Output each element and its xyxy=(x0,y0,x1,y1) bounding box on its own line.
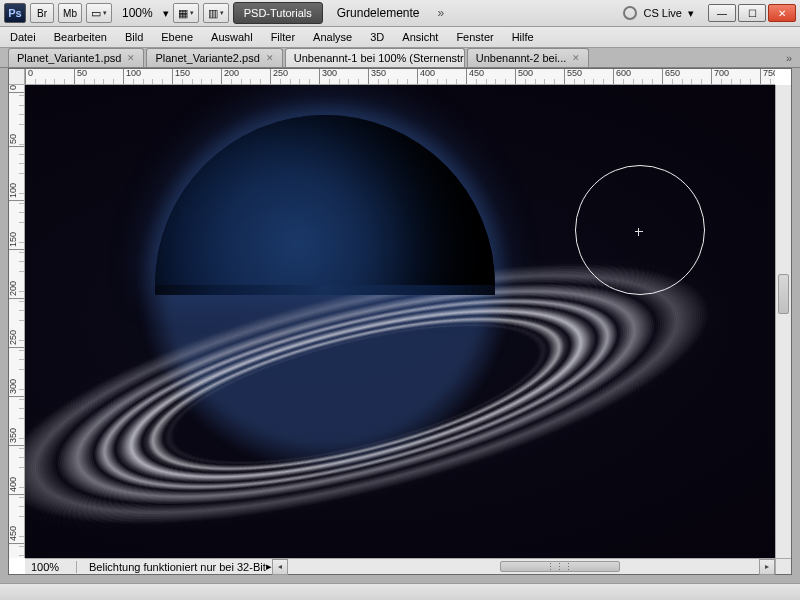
artwork-planet-top xyxy=(155,115,495,455)
chevron-down-icon: ▾ xyxy=(103,9,107,17)
canvas[interactable] xyxy=(25,85,775,558)
scrollbar-vertical[interactable] xyxy=(775,85,791,558)
document-tab-bar: Planet_Variante1.psd✕ Planet_Variante2.p… xyxy=(0,48,800,68)
menu-bild[interactable]: Bild xyxy=(123,29,145,45)
document-tab[interactable]: Unbenannt-2 bei...✕ xyxy=(467,48,590,67)
cslive-group: CS Live ▾ — ☐ ✕ xyxy=(623,4,796,22)
extras-button[interactable]: ▥▾ xyxy=(203,3,229,23)
menu-hilfe[interactable]: Hilfe xyxy=(510,29,536,45)
window-controls: — ☐ ✕ xyxy=(708,4,796,22)
document-tab-active[interactable]: Unbenannt-1 bei 100% (Sternenstraße, Ebe… xyxy=(285,48,465,67)
arrange-button[interactable]: ▦▾ xyxy=(173,3,199,23)
tab-label: Unbenannt-2 bei... xyxy=(476,52,567,64)
scrollbar-horizontal[interactable]: ⋮⋮⋮ xyxy=(288,559,759,574)
menu-filter[interactable]: Filter xyxy=(269,29,297,45)
menu-3d[interactable]: 3D xyxy=(368,29,386,45)
minimize-button[interactable]: — xyxy=(708,4,736,22)
close-button[interactable]: ✕ xyxy=(768,4,796,22)
document-tab[interactable]: Planet_Variante2.psd✕ xyxy=(146,48,282,67)
minibridge-button[interactable]: Mb xyxy=(58,3,82,23)
zoom-level[interactable]: 100% xyxy=(122,6,153,20)
app-toolbar: Ps Br Mb ▭▾ 100%▾ ▦▾ ▥▾ PSD-Tutorials Gr… xyxy=(0,0,800,27)
chevron-down-icon[interactable]: ▾ xyxy=(688,7,694,20)
canvas-footer: 100% Belichtung funktioniert nur bei 32-… xyxy=(25,558,775,574)
photoshop-logo-icon: Ps xyxy=(4,3,26,23)
menu-analyse[interactable]: Analyse xyxy=(311,29,354,45)
window-status-bar xyxy=(0,583,800,600)
chevron-down-icon: ▾ xyxy=(190,9,194,17)
canvas-frame: 0501001502002503003504004505005506006507… xyxy=(8,68,792,575)
filmstrip-icon: ▭ xyxy=(91,7,101,20)
tab-label: Unbenannt-1 bei 100% (Sternenstraße, Ebe… xyxy=(294,52,465,64)
guides-icon: ▥ xyxy=(208,7,218,20)
chevron-down-icon[interactable]: ▾ xyxy=(163,7,169,20)
status-info: Belichtung funktioniert nur bei 32-Bit xyxy=(89,561,266,573)
ruler-vertical[interactable]: 050100150200250300350400450 xyxy=(9,85,25,558)
menu-datei[interactable]: Datei xyxy=(8,29,38,45)
cslive-label[interactable]: CS Live xyxy=(643,7,682,19)
close-icon[interactable]: ✕ xyxy=(127,53,135,63)
menu-fenster[interactable]: Fenster xyxy=(454,29,495,45)
menu-bar: Datei Bearbeiten Bild Ebene Auswahl Filt… xyxy=(0,27,800,48)
cslive-ring-icon xyxy=(623,6,637,20)
zoom-field[interactable]: 100% xyxy=(25,561,77,573)
menu-bearbeiten[interactable]: Bearbeiten xyxy=(52,29,109,45)
grid-icon: ▦ xyxy=(178,7,188,20)
close-icon[interactable]: ✕ xyxy=(572,53,580,63)
workspace-active-button[interactable]: PSD-Tutorials xyxy=(233,2,323,24)
bridge-button[interactable]: Br xyxy=(30,3,54,23)
tab-label: Planet_Variante2.psd xyxy=(155,52,259,64)
scroll-left-button[interactable]: ◂ xyxy=(272,559,288,575)
ruler-origin[interactable] xyxy=(9,69,25,85)
screen-mode-button[interactable]: ▭▾ xyxy=(86,3,112,23)
workspace-overflow-icon[interactable]: » xyxy=(433,6,448,20)
scrollbar-thumb[interactable] xyxy=(778,274,789,314)
maximize-button[interactable]: ☐ xyxy=(738,4,766,22)
menu-auswahl[interactable]: Auswahl xyxy=(209,29,255,45)
chevron-down-icon: ▾ xyxy=(220,9,224,17)
scrollbar-thumb[interactable]: ⋮⋮⋮ xyxy=(500,561,620,572)
workspace: Planet_Variante1.psd✕ Planet_Variante2.p… xyxy=(0,48,800,583)
brush-cursor-crosshair xyxy=(635,228,643,236)
document-tab[interactable]: Planet_Variante1.psd✕ xyxy=(8,48,144,67)
tab-label: Planet_Variante1.psd xyxy=(17,52,121,64)
tab-overflow-button[interactable]: » xyxy=(778,48,800,67)
resize-grip[interactable] xyxy=(775,558,791,574)
close-icon[interactable]: ✕ xyxy=(266,53,274,63)
menu-ebene[interactable]: Ebene xyxy=(159,29,195,45)
workspace-other-button[interactable]: Grundelemente xyxy=(327,2,430,24)
menu-ansicht[interactable]: Ansicht xyxy=(400,29,440,45)
scroll-right-button[interactable]: ▸ xyxy=(759,559,775,575)
ruler-horizontal[interactable]: 0501001502002503003504004505005506006507… xyxy=(25,69,775,85)
